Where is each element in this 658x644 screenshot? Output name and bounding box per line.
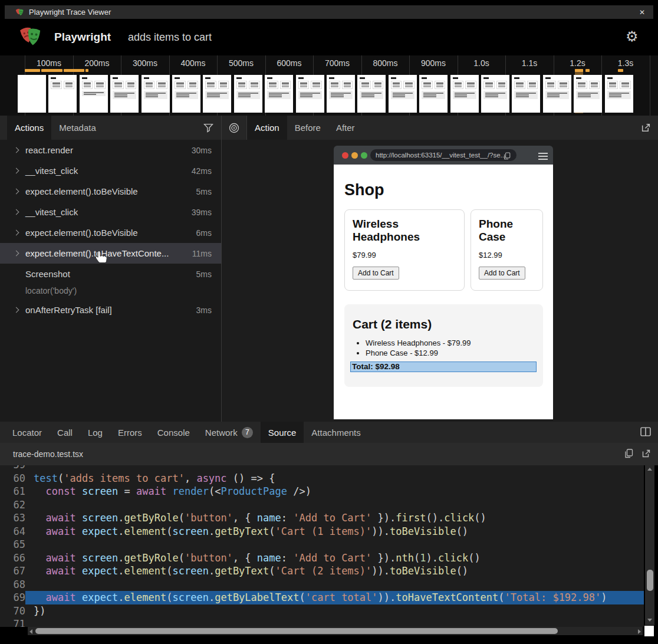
filmstrip-thumbnail[interactable] bbox=[605, 75, 633, 113]
split-columns-icon[interactable] bbox=[640, 427, 651, 438]
token: await bbox=[45, 525, 75, 537]
scroll-right-arrow[interactable] bbox=[638, 629, 641, 634]
add-to-cart-button[interactable]: Add to Cart bbox=[353, 267, 399, 280]
action-row[interactable]: react.render30ms bbox=[0, 140, 221, 160]
filmstrip-thumbnail[interactable] bbox=[481, 75, 509, 113]
thumb-products bbox=[236, 81, 260, 89]
filmstrip-thumbnail[interactable] bbox=[48, 75, 77, 113]
action-row[interactable]: __vitest_click42ms bbox=[0, 160, 221, 181]
tab-attachments[interactable]: Attachments bbox=[304, 422, 368, 443]
scroll-left-arrow[interactable] bbox=[29, 629, 32, 634]
browser-menu-icon[interactable] bbox=[538, 153, 548, 162]
chevron-right-icon[interactable] bbox=[14, 230, 19, 236]
action-duration: 5ms bbox=[196, 270, 221, 279]
pick-locator-target-icon[interactable] bbox=[222, 116, 247, 140]
filmstrip-thumbnail[interactable] bbox=[512, 75, 540, 113]
filmstrip-thumbnail[interactable] bbox=[234, 75, 262, 113]
tab-label: Call bbox=[57, 428, 73, 438]
thumb-cart-block bbox=[205, 91, 229, 99]
filmstrip-thumbnail[interactable] bbox=[357, 75, 386, 113]
filmstrip-thumbnail[interactable] bbox=[574, 75, 602, 113]
chevron-slot bbox=[14, 308, 25, 312]
copy-source-icon[interactable] bbox=[624, 449, 633, 460]
timeline-action-bar bbox=[25, 69, 40, 72]
action-row[interactable]: expect.element().toBeVisible5ms bbox=[0, 181, 221, 202]
chevron-right-icon[interactable] bbox=[14, 209, 19, 215]
horizontal-scrollbar-thumb[interactable] bbox=[35, 628, 558, 634]
tab-action[interactable]: Action bbox=[247, 116, 287, 140]
tab-source[interactable]: Source bbox=[261, 422, 304, 443]
tab-call[interactable]: Call bbox=[50, 422, 80, 443]
tab-metadata[interactable]: Metadata bbox=[51, 116, 104, 140]
vertical-scrollbar-thumb[interactable] bbox=[647, 570, 653, 591]
filmstrip-thumbnail[interactable] bbox=[142, 75, 170, 113]
filmstrip-thumbnail[interactable] bbox=[389, 75, 417, 113]
token bbox=[76, 565, 82, 577]
scroll-down-arrow[interactable] bbox=[647, 619, 652, 622]
filmstrip-thumbnail[interactable] bbox=[265, 75, 293, 113]
tab-console[interactable]: Console bbox=[150, 422, 198, 443]
filmstrip-thumbnail[interactable] bbox=[80, 75, 108, 113]
tab-network[interactable]: Network7 bbox=[198, 422, 261, 443]
code-line: 60test('adds items to cart', async () =>… bbox=[0, 472, 644, 485]
token: element bbox=[124, 592, 167, 603]
thumb-cart-block bbox=[391, 91, 414, 99]
thumb-product-card bbox=[576, 81, 587, 89]
close-icon[interactable]: ✕ bbox=[639, 8, 645, 17]
open-source-external-icon[interactable] bbox=[641, 449, 651, 460]
horizontal-scrollbar[interactable] bbox=[28, 627, 643, 635]
snapshot-tabstrip: ActionBeforeAfter bbox=[222, 116, 658, 140]
tab-log[interactable]: Log bbox=[80, 422, 110, 443]
token: }) bbox=[34, 605, 45, 617]
action-row[interactable]: expect.element().toHaveTextConte...11ms bbox=[0, 243, 221, 264]
filmstrip-thumbnail[interactable] bbox=[296, 75, 324, 113]
code-text bbox=[25, 538, 644, 551]
thumb-products bbox=[545, 81, 569, 89]
tab-locator[interactable]: Locator bbox=[5, 422, 50, 443]
filter-icon[interactable] bbox=[203, 123, 213, 134]
action-row[interactable]: __vitest_click39ms bbox=[0, 202, 221, 222]
token: click bbox=[438, 552, 468, 564]
filmstrip-thumbnail[interactable] bbox=[543, 75, 571, 113]
code-line: 67 await expect.element(screen.getByText… bbox=[0, 564, 644, 578]
filmstrip-thumbnail[interactable] bbox=[419, 75, 448, 113]
thumb-cart-block bbox=[576, 91, 600, 99]
scroll-up-arrow[interactable] bbox=[647, 468, 652, 471]
token: screen bbox=[82, 512, 118, 524]
chevron-right-icon[interactable] bbox=[14, 189, 19, 195]
copy-url-icon[interactable] bbox=[504, 152, 511, 162]
token: , { bbox=[233, 512, 257, 524]
filmstrip-thumbnail[interactable] bbox=[172, 75, 200, 113]
vertical-scrollbar[interactable] bbox=[645, 465, 654, 625]
token: ProductPage bbox=[221, 485, 287, 497]
thumb-product-card bbox=[249, 81, 260, 89]
chevron-right-icon[interactable] bbox=[14, 307, 19, 313]
chevron-right-icon[interactable] bbox=[14, 147, 19, 153]
scrollbar-corner bbox=[644, 626, 654, 636]
token: ( bbox=[166, 525, 172, 537]
cart-title: Cart (2 items) bbox=[353, 317, 432, 331]
tab-before[interactable]: Before bbox=[287, 116, 328, 140]
add-to-cart-button[interactable]: Add to Cart bbox=[479, 267, 525, 280]
thumb-shop-title bbox=[298, 77, 304, 79]
tab-errors[interactable]: Errors bbox=[110, 422, 150, 443]
tab-after[interactable]: After bbox=[328, 116, 363, 140]
chevron-right-icon[interactable] bbox=[14, 251, 19, 257]
action-row[interactable]: Screenshot5ms bbox=[0, 264, 221, 284]
thumb-products bbox=[144, 81, 167, 89]
tab-actions[interactable]: Actions bbox=[7, 116, 51, 140]
filmstrip-thumbnail[interactable] bbox=[327, 75, 355, 113]
chevron-right-icon[interactable] bbox=[14, 168, 19, 174]
filmstrip-thumbnail[interactable] bbox=[18, 75, 46, 113]
filmstrip-thumbnail[interactable] bbox=[450, 75, 479, 113]
token: . bbox=[209, 525, 215, 537]
open-snapshot-external-icon[interactable] bbox=[641, 123, 651, 134]
action-row[interactable]: expect.element().toBeVisible6ms bbox=[0, 222, 221, 243]
token: (< bbox=[209, 485, 221, 497]
trace-timeline[interactable]: 100ms200ms300ms400ms500ms600ms700ms800ms… bbox=[0, 55, 658, 116]
settings-gear-icon[interactable]: ⚙ bbox=[626, 28, 639, 45]
filmstrip-thumbnail[interactable] bbox=[110, 75, 139, 113]
token: render bbox=[173, 485, 209, 497]
filmstrip-thumbnail[interactable] bbox=[203, 75, 231, 113]
action-row[interactable]: onAfterRetryTask [fail]3ms bbox=[0, 300, 221, 320]
